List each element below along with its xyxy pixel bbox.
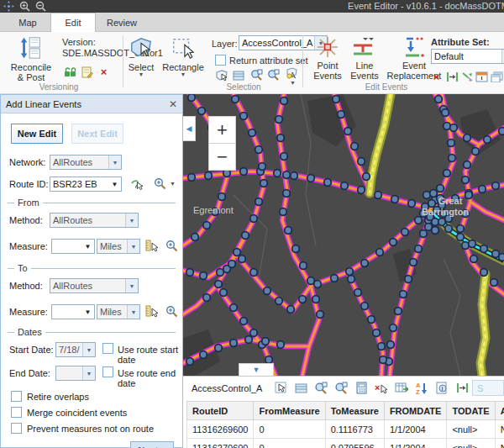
select-features-small-icon[interactable] <box>215 69 228 82</box>
table-identify-icon[interactable]: i <box>435 381 449 395</box>
from-measure-combo[interactable]: ▼ <box>51 239 95 254</box>
layer-label: Layer: <box>212 39 238 49</box>
point-events-button[interactable]: Point Events <box>309 35 346 81</box>
table-calculator-icon[interactable] <box>354 381 368 395</box>
tab-review[interactable]: Review <box>99 14 144 32</box>
cell-todate: <null> <box>447 420 495 439</box>
prevent-measures-checkbox[interactable] <box>11 423 22 434</box>
attribute-set-combo[interactable]: Default ▼ <box>431 49 504 64</box>
select-button[interactable]: Select ▼ <box>123 35 160 77</box>
selectable-layers-icon[interactable] <box>286 67 298 80</box>
ribbon-tabs: Map Edit Review <box>0 13 504 32</box>
end-date-combo[interactable]: ▼ <box>55 366 96 381</box>
from-units-combo[interactable]: Miles ▼ <box>97 239 140 254</box>
table-list-icon[interactable] <box>294 381 307 395</box>
split-event-icon[interactable] <box>461 71 474 83</box>
cell-access: N <box>495 420 504 439</box>
new-edit-button[interactable]: New Edit <box>11 124 63 144</box>
map-zoom-out-button[interactable]: − <box>208 143 236 171</box>
next-button[interactable]: Next > <box>130 441 174 448</box>
table-offset-icon[interactable] <box>455 381 469 395</box>
col-todate[interactable]: TODATE <box>447 402 495 420</box>
start-date-combo[interactable]: 7/18/ ▼ <box>55 342 96 357</box>
table-header-row: RouteID FromMeasure ToMeasure FROMDATE T… <box>187 402 504 420</box>
table-sort-icon[interactable]: AZ <box>415 381 428 395</box>
selectable-layers-caret-icon[interactable]: ▼ <box>290 81 296 86</box>
tab-edit[interactable]: Edit <box>50 13 96 32</box>
select-route-on-map-icon[interactable] <box>130 177 143 190</box>
svg-text:Z: Z <box>416 388 420 395</box>
to-units-combo[interactable]: Miles ▼ <box>97 304 140 319</box>
point-events-icon <box>316 35 339 59</box>
map-view[interactable]: Egremont Great Barrington ◀ + − ▼ <box>183 94 504 376</box>
panel-header: Add Linear Events ✕ <box>1 95 182 113</box>
return-attribute-set-checkbox[interactable] <box>215 55 226 66</box>
use-route-end-date-checkbox[interactable] <box>102 366 113 377</box>
start-date-label: Start Date: <box>9 345 54 355</box>
table-row[interactable]: 11316270600 0 0.0795596 1/1/2004 <null> … <box>187 439 504 448</box>
to-method-caret-icon: ▼ <box>125 279 138 293</box>
col-fromdate[interactable]: FROMDATE <box>384 402 447 420</box>
reconcile-post-button[interactable]: Reconcile & Post <box>7 35 55 82</box>
from-measure-pick-icon[interactable] <box>145 240 158 252</box>
route-zoom-caret-icon[interactable]: ▼ <box>170 182 176 187</box>
line-events-button[interactable]: Line Events <box>346 35 383 81</box>
version-unlock-icon[interactable] <box>64 66 76 78</box>
next-edit-button: Next Edit <box>71 124 123 144</box>
reconcile-post-label: Reconcile & Post <box>11 62 51 82</box>
col-routeid[interactable]: RouteID <box>187 402 254 420</box>
retire-overlaps-checkbox[interactable] <box>11 391 22 402</box>
route-zoom-icon[interactable] <box>154 177 166 190</box>
to-zoom-icon[interactable] <box>165 305 178 318</box>
delete-version-icon[interactable]: × <box>97 66 110 78</box>
col-access[interactable]: AC <box>495 402 504 420</box>
attributes-window-icon[interactable] <box>475 71 488 83</box>
map-zoom-in-button[interactable]: + <box>208 116 236 144</box>
delete-event-icon[interactable]: × <box>430 71 443 83</box>
panels-stack-icon[interactable] <box>491 71 503 83</box>
collapse-panel-button[interactable]: ◀ <box>183 116 196 141</box>
use-route-start-date-checkbox[interactable] <box>102 343 113 354</box>
point-events-label: Point Events <box>313 61 342 81</box>
to-measure-combo[interactable]: ▼ <box>51 304 95 319</box>
zoom-in-icon[interactable] <box>19 1 30 12</box>
pan-to-selection-icon[interactable] <box>267 69 280 82</box>
rectangle-caret-icon[interactable]: ▼ <box>181 72 186 77</box>
zoom-to-selection-icon[interactable] <box>250 69 263 82</box>
table-select-icon[interactable] <box>274 381 287 395</box>
col-tomeasure[interactable]: ToMeasure <box>325 402 384 420</box>
from-zoom-icon[interactable] <box>165 240 178 252</box>
from-method-combo[interactable]: AllRoutes ▼ <box>50 213 139 228</box>
col-frommeasure[interactable]: FromMeasure <box>254 402 325 420</box>
table-zoom-selected-icon[interactable] <box>314 381 328 395</box>
route-id-combo[interactable]: BSR23 EB ▼ <box>50 177 122 192</box>
map-label-great: Great <box>438 196 463 206</box>
table-pan-selected-icon[interactable] <box>334 381 348 395</box>
cell-todate: <null> <box>447 439 495 448</box>
table-export-icon[interactable] <box>395 381 408 395</box>
zoom-out-icon[interactable] <box>35 1 46 12</box>
rectangle-button[interactable]: Rectangle ▼ <box>160 35 207 77</box>
collapse-table-button[interactable]: ▼ <box>239 363 274 376</box>
select-caret-icon[interactable]: ▼ <box>139 72 144 77</box>
merge-coincident-events-checkbox[interactable] <box>11 407 22 418</box>
to-units-caret-icon: ▼ <box>127 305 139 319</box>
offset-event-icon[interactable] <box>446 71 459 83</box>
table-clear-selection-icon[interactable]: × <box>375 381 388 395</box>
attribute-table: RouteID FromMeasure ToMeasure FROMDATE T… <box>186 401 504 448</box>
network-combo[interactable]: AllRoutes ▼ <box>50 155 122 170</box>
attribute-list-icon[interactable] <box>232 69 244 82</box>
table-row[interactable]: 11316269600 0 0.1116773 1/1/2004 <null> … <box>187 420 504 439</box>
app-title: Event Editor - v10.6.1 - docMassDOTM <box>348 1 504 11</box>
route-id-caret-icon[interactable]: ▼ <box>108 177 121 191</box>
from-measure-caret-icon[interactable]: ▼ <box>81 240 94 253</box>
table-partial-button[interactable]: S <box>472 380 504 396</box>
new-version-icon[interactable] <box>81 66 93 78</box>
to-measure-pick-icon[interactable] <box>145 305 158 318</box>
to-method-combo[interactable]: AllRoutes ▼ <box>50 278 139 293</box>
to-measure-caret-icon[interactable]: ▼ <box>81 305 94 319</box>
tab-map[interactable]: Map <box>5 14 50 32</box>
dates-group-legend: Dates <box>8 327 176 337</box>
panel-close-icon[interactable]: ✕ <box>169 98 177 110</box>
pan-icon[interactable] <box>3 1 14 12</box>
